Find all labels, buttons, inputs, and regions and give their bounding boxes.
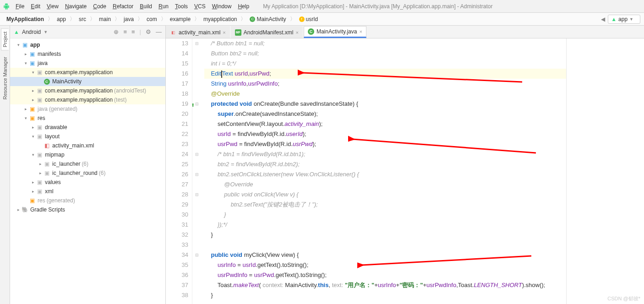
menu-navigate[interactable]: Navigate [62, 2, 89, 11]
code-line[interactable]: btn2.setText("按键2被电击了！"); [204, 200, 566, 210]
line-number[interactable]: 36 [166, 270, 188, 280]
fold-toggle[interactable] [192, 270, 202, 280]
code-line[interactable]: int i = 0;*/ [204, 59, 566, 69]
menu-code[interactable]: Code [90, 2, 109, 11]
editor-tab[interactable]: ◧activity_main.xml× [166, 26, 230, 38]
line-number[interactable]: 33 [166, 240, 188, 250]
gutter[interactable]: 13141516171819⬆2021222324252627282930313… [166, 38, 192, 304]
fold-toggle[interactable] [192, 59, 202, 69]
menu-window[interactable]: Window [209, 2, 235, 11]
hide-icon[interactable]: — [156, 28, 162, 35]
code-line[interactable]: Button btn2 = null; [204, 49, 566, 59]
code-line[interactable]: usrInfo = usrId.getText().toString(); [204, 260, 566, 270]
line-number[interactable]: 24 [166, 149, 188, 159]
fold-toggle[interactable]: ⊟ [192, 250, 202, 260]
breadcrumb-src[interactable]: src [76, 15, 89, 23]
code-line[interactable]: });*/ [204, 220, 566, 230]
tree-node-package-test[interactable]: ▸▣com.example.myapplication (test) [10, 95, 165, 104]
close-icon[interactable]: × [296, 30, 299, 35]
line-number[interactable]: 17 [166, 79, 188, 89]
fold-toggle[interactable] [192, 159, 202, 169]
line-number[interactable]: 35 [166, 260, 188, 270]
tree-node-ic-launcher[interactable]: ▸▣ic_launcher (6) [10, 159, 165, 168]
code-line[interactable]: } [204, 290, 566, 300]
resource-manager-tool-tab[interactable]: Resource Manager [1, 54, 9, 103]
fold-toggle[interactable] [192, 79, 202, 89]
code-line[interactable]: String usrInfo,usrPwdInfo; [204, 79, 566, 89]
editor-tab[interactable]: CMainActivity.java× [304, 26, 366, 38]
code-line[interactable]: } [204, 210, 566, 220]
line-number[interactable]: 21 [166, 119, 188, 129]
line-number[interactable]: 38 [166, 290, 188, 300]
close-icon[interactable]: × [359, 29, 362, 34]
breadcrumb-myapplication[interactable]: myapplication [201, 15, 240, 23]
breadcrumb-java[interactable]: java [121, 15, 136, 23]
code-line[interactable]: /* Button btn1 = null; [204, 38, 566, 49]
menu-file[interactable]: File [13, 2, 27, 11]
tree-node-activity-main-xml[interactable]: ◧activity_main.xml [10, 141, 165, 150]
collapse-all-icon[interactable]: ≡ [131, 28, 135, 35]
dropdown-icon[interactable]: ▼ [44, 30, 48, 34]
line-number[interactable]: 30 [166, 210, 188, 220]
line-number[interactable]: 29 [166, 200, 188, 210]
fold-toggle[interactable] [192, 260, 202, 270]
fold-toggle[interactable] [192, 230, 202, 240]
fold-toggle[interactable] [192, 69, 202, 79]
menu-tools[interactable]: Tools [172, 2, 191, 11]
fold-toggle[interactable] [192, 290, 202, 300]
menu-view[interactable]: View [44, 2, 61, 11]
line-number[interactable]: 19⬆ [166, 99, 188, 109]
fold-toggle[interactable] [192, 280, 202, 290]
code-line[interactable]: usrId = findViewById(R.id.userId); [204, 129, 566, 139]
fold-toggle[interactable]: ⊟ [192, 149, 202, 159]
fold-toggle[interactable] [192, 240, 202, 250]
menu-vcs[interactable]: VCS [191, 2, 208, 11]
fold-toggle[interactable]: ⊟ [192, 190, 202, 200]
breadcrumb-mainactivity[interactable]: CMainActivity [247, 15, 289, 23]
code-line[interactable] [204, 240, 566, 250]
code-line[interactable]: } [204, 230, 566, 240]
fold-toggle[interactable] [192, 179, 202, 190]
tree-node-manifests[interactable]: ▸▣manifests [10, 49, 165, 59]
code-line[interactable]: usrPwd = findViewById(R.id.usrPwd); [204, 139, 566, 149]
menu-build[interactable]: Build [137, 2, 155, 11]
code-line[interactable]: public void onClick(View v) { [204, 190, 566, 200]
project-view-mode[interactable]: Android [22, 29, 41, 35]
tree-node-package-androidtest[interactable]: ▸▣com.example.myapplication (androidTest… [10, 86, 165, 95]
code-editor[interactable]: 13141516171819⬆2021222324252627282930313… [166, 38, 644, 304]
fold-toggle[interactable] [192, 220, 202, 230]
tree-node-app[interactable]: ▾▣app [10, 40, 165, 49]
override-marker-icon[interactable]: ⬆ [191, 100, 195, 110]
build-target-icon[interactable]: ◀ [601, 16, 605, 22]
tree-node-gradle-scripts[interactable]: ▸🐘Gradle Scripts [10, 205, 165, 214]
editor-tab[interactable]: MFAndroidManifest.xml× [231, 26, 303, 38]
line-number[interactable]: 22 [166, 129, 188, 139]
fold-toggle[interactable] [192, 49, 202, 59]
line-number[interactable]: 28 [166, 190, 188, 200]
tree-node-package-main[interactable]: ▾▣com.example.myapplication [10, 68, 165, 77]
fold-toggle[interactable] [192, 200, 202, 210]
breadcrumb-com[interactable]: com [144, 15, 160, 23]
line-number[interactable]: 16 [166, 69, 188, 79]
project-tool-tab[interactable]: Project [1, 28, 9, 50]
code-line[interactable]: usrPwdInfo = usrPwd.getText().toString()… [204, 270, 566, 280]
fold-toggle[interactable]: ⊟ [192, 38, 202, 49]
tree-node-res-generated[interactable]: ▣res (generated) [10, 196, 165, 205]
code-line[interactable]: Toast.makeText( context: MainActivity.th… [204, 280, 566, 290]
fold-toggle[interactable] [192, 109, 202, 119]
line-number[interactable]: 32 [166, 230, 188, 240]
close-icon[interactable]: × [223, 30, 225, 35]
line-number[interactable]: 15 [166, 59, 188, 69]
fold-toggle[interactable] [192, 129, 202, 139]
fold-toggle[interactable] [192, 119, 202, 129]
code-line[interactable]: btn2.setOnClickListener(new View.OnClick… [204, 169, 566, 179]
line-number[interactable]: 23 [166, 139, 188, 149]
code-content[interactable]: /* Button btn1 = null; Button btn2 = nul… [202, 38, 566, 304]
breadcrumb-app[interactable]: app [54, 15, 69, 23]
line-number[interactable]: 20 [166, 109, 188, 119]
tree-node-java-generated[interactable]: ▸▣java (generated) [10, 104, 165, 114]
code-line[interactable]: super.onCreate(savedInstanceState); [204, 109, 566, 119]
fold-toggle[interactable] [192, 210, 202, 220]
select-opened-file-icon[interactable]: ⊕ [114, 28, 119, 35]
expand-all-icon[interactable]: ≡ [123, 28, 127, 35]
